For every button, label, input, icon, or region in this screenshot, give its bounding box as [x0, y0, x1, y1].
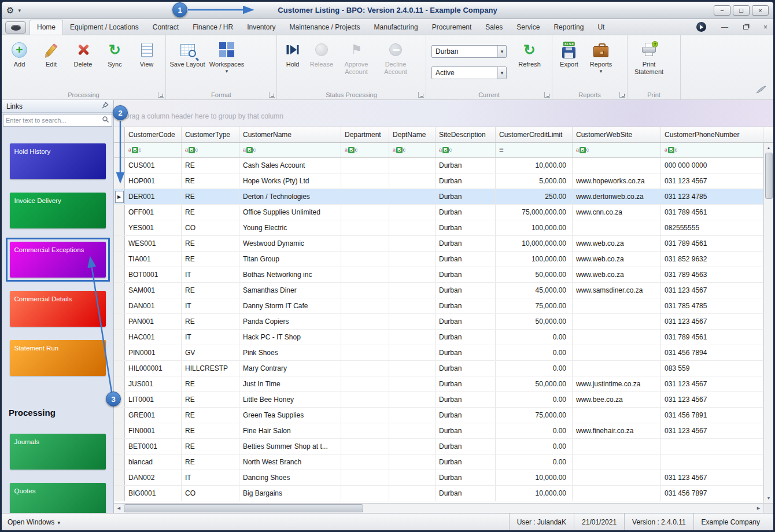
sidebar-link-hold-history[interactable]: Hold History	[10, 143, 106, 179]
scroll-right-icon[interactable]	[754, 504, 763, 513]
delete-button[interactable]: Delete	[67, 38, 99, 70]
grid-cell[interactable]: www.samsdiner.co.za	[573, 283, 661, 298]
mdi-close-icon[interactable]: ×	[763, 24, 767, 31]
grid-cell[interactable]: Office Supplies Unlimited	[239, 205, 341, 220]
grid-cell[interactable]: CUS001	[125, 158, 182, 173]
grid-cell[interactable]	[341, 252, 389, 267]
grid-cell[interactable]	[389, 470, 436, 485]
grid-cell[interactable]: www.hopeworks.co.za	[573, 173, 661, 189]
grid-cell[interactable]: RE	[182, 423, 239, 438]
grid-cell[interactable]: SAM001	[125, 283, 182, 298]
filter-cell-customercreditlimit[interactable]: =	[496, 143, 573, 157]
grid-cell[interactable]: OFF001	[125, 205, 182, 220]
grid-cell[interactable]: HIL000001	[125, 361, 182, 376]
close-button[interactable]: ×	[752, 5, 769, 16]
search-input[interactable]	[6, 117, 102, 124]
table-row[interactable]: biancadRENorth West BranchDurban0.00	[114, 455, 763, 470]
grid-cell[interactable]: Cash Sales Account	[239, 158, 341, 173]
dialog-launcher-icon[interactable]	[158, 92, 164, 98]
grid-cell[interactable]: IT	[182, 330, 239, 345]
grid-cell[interactable]	[389, 267, 436, 282]
grid-cell[interactable]: 031 789 4563	[661, 267, 763, 282]
grid-cell[interactable]	[389, 205, 436, 220]
grid-cell[interactable]	[341, 220, 389, 235]
grid-cell[interactable]: GV	[182, 345, 239, 360]
scroll-up-icon[interactable]	[764, 143, 774, 153]
sync-button[interactable]: ↻ Sync	[99, 38, 131, 70]
grid-cell[interactable]	[573, 408, 661, 423]
table-row[interactable]: WES001REWestwood DynamicDurban10,000,000…	[114, 236, 763, 252]
grid-cell[interactable]: Little Bee Honey	[239, 392, 341, 407]
grid-cell[interactable]: 031 123 4567	[661, 423, 763, 438]
open-windows-button[interactable]: Open Windows	[8, 518, 60, 526]
grid-cell[interactable]: JUS001	[125, 376, 182, 391]
grid-cell[interactable]	[389, 220, 436, 235]
export-button[interactable]: XLSX Export	[554, 38, 584, 70]
grid-cell[interactable]: BET0001	[125, 439, 182, 454]
grid-cell[interactable]	[341, 439, 389, 454]
grid-cell[interactable]	[389, 314, 436, 329]
grid-cell[interactable]	[341, 345, 389, 360]
grid-cell[interactable]: 031 456 7891	[661, 408, 763, 423]
grid-cell[interactable]: 031 456 7897	[661, 486, 763, 501]
grid-cell[interactable]: 75,000,000.00	[496, 205, 573, 220]
grid-cell[interactable]: www.dertonweb.co.za	[573, 189, 661, 204]
grid-cell[interactable]: IT	[182, 470, 239, 485]
grid-cell[interactable]: Mary Contrary	[239, 361, 341, 376]
dialog-launcher-icon[interactable]	[418, 92, 424, 98]
table-row[interactable]: HIL000001HILLCRESTPMary ContraryDurban0.…	[114, 361, 763, 376]
grid-cell[interactable]	[389, 345, 436, 360]
grid-cell[interactable]: Danny Storm IT Cafe	[239, 298, 341, 313]
tab-reporting[interactable]: Reporting	[547, 20, 591, 35]
tab-home[interactable]: Home	[29, 20, 63, 35]
grid-cell[interactable]	[341, 314, 389, 329]
grid-cell[interactable]: North West Branch	[239, 455, 341, 470]
column-header-department[interactable]: Department	[341, 127, 389, 142]
grid-cell[interactable]: 031 789 4561	[661, 236, 763, 251]
grid-cell[interactable]: 031 789 4561	[661, 330, 763, 345]
grid-cell[interactable]: 031 852 9632	[661, 252, 763, 267]
grid-cell[interactable]: Durban	[436, 236, 496, 251]
grid-cell[interactable]	[341, 205, 389, 220]
dialog-launcher-icon[interactable]	[619, 92, 625, 98]
grid-cell[interactable]	[661, 439, 763, 454]
grid-cell[interactable]	[341, 392, 389, 407]
grid-cell[interactable]	[389, 439, 436, 454]
grid-cell[interactable]	[341, 361, 389, 376]
grid-cell[interactable]	[389, 408, 436, 423]
grid-cell[interactable]: RE	[182, 158, 239, 173]
sidebar-link-statement-run[interactable]: Statement Run	[10, 340, 106, 376]
grid-cell[interactable]: Durban	[436, 345, 496, 360]
grid-cell[interactable]: 082555555	[661, 220, 763, 235]
mdi-restore-icon[interactable]	[743, 25, 748, 29]
maximize-button[interactable]: □	[733, 5, 750, 16]
grid-cell[interactable]: Just In Time	[239, 376, 341, 391]
grid-cell[interactable]: IT	[182, 267, 239, 282]
grid-cell[interactable]: RE	[182, 439, 239, 454]
grid-cell[interactable]	[341, 158, 389, 173]
column-header-sitedescription[interactable]: SiteDescription	[436, 127, 496, 142]
grid-cell[interactable]: Durban	[436, 439, 496, 454]
grid-cell[interactable]: 10,000.00	[496, 158, 573, 173]
grid-cell[interactable]: Durban	[436, 392, 496, 407]
grid-cell[interactable]: 0.00	[496, 439, 573, 454]
grid-cell[interactable]	[389, 298, 436, 313]
edit-button[interactable]: Edit	[35, 38, 67, 70]
grid-cell[interactable]	[341, 298, 389, 313]
tab-finance-hr[interactable]: Finance / HR	[186, 20, 240, 35]
grid-cell[interactable]: 0.00	[496, 423, 573, 438]
grid-cell[interactable]	[389, 252, 436, 267]
table-row[interactable]: OFF001REOffice Supplies UnlimitedDurban7…	[114, 205, 763, 220]
grid-cell[interactable]: www.bee.co.za	[573, 392, 661, 407]
grid-cell[interactable]	[573, 158, 661, 173]
grid-cell[interactable]: IT	[182, 298, 239, 313]
grid-cell[interactable]: 0.00	[496, 330, 573, 345]
grid-cell[interactable]	[573, 345, 661, 360]
table-row[interactable]: ▶DER001REDerton / TechnologiesDurban250.…	[114, 189, 763, 205]
grid-cell[interactable]	[389, 330, 436, 345]
grid-cell[interactable]	[573, 470, 661, 485]
grid-cell[interactable]: Derton / Technologies	[239, 189, 341, 204]
grid-cell[interactable]	[389, 423, 436, 438]
grid-cell[interactable]: Durban	[436, 423, 496, 438]
grid-cell[interactable]: Durban	[436, 455, 496, 470]
